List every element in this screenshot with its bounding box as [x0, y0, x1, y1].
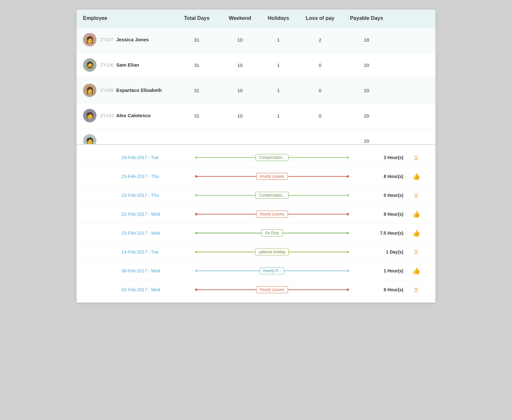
leave-badge: Hourly Leaves: [256, 211, 288, 218]
loss-of-pay: 0: [298, 62, 343, 68]
holidays: 1: [259, 88, 298, 93]
pending-icon: ⧖: [414, 286, 418, 294]
col-loss-of-pay: Loss of pay: [298, 15, 343, 21]
employee-info: 🧔 ZY106 Sam Elian: [83, 58, 173, 72]
leave-badge: On Duty: [261, 230, 283, 237]
partial-payable-days: 20: [343, 138, 391, 144]
total-days: 31: [173, 37, 221, 43]
avatar: 👩: [83, 84, 96, 97]
payable-days: 20: [343, 113, 391, 118]
status-icon: ⧖: [407, 248, 426, 256]
approved-icon: 👍: [412, 267, 420, 275]
timeline: Compensator...: [195, 153, 349, 162]
expanded-detail-row: 08-Feb-2017 - Wed Hourly P... 1 Hour(s) …: [77, 262, 435, 280]
payable-days: 20: [343, 62, 391, 68]
main-container: Employee Total Days Weekend Holidays Los…: [77, 10, 435, 303]
approved-icon: 👍: [412, 229, 420, 237]
pending-icon: ⧖: [414, 154, 418, 161]
employee-id: ZY107: [100, 37, 113, 42]
col-payable-days: Payable Days: [343, 15, 391, 21]
total-days: 31: [173, 113, 221, 118]
expanded-detail-row: 15-Feb-2017 - Wed On Duty 7.5 Hour(s) 👍: [77, 224, 435, 243]
date-link[interactable]: 23-Feb-2017 - Thu: [121, 193, 192, 198]
status-icon: ⧖: [407, 286, 426, 294]
pending-icon: ⧖: [414, 248, 418, 256]
date-link[interactable]: 01-Feb-2017 - Wed: [121, 287, 192, 292]
holidays: 1: [259, 37, 298, 43]
loss-of-pay: 0: [298, 88, 343, 93]
status-icon: ⧖: [407, 192, 426, 199]
employee-table-body: 👩 ZY107 Jessica Jones 31 10 1 2 18 🧔 ZY1…: [77, 27, 435, 128]
leave-badge: Compensator...: [255, 192, 288, 199]
status-icon: 👍: [407, 173, 426, 180]
date-link[interactable]: 23-Feb-2017 - Thu: [121, 174, 192, 179]
leave-badge: optional holiday: [255, 248, 289, 255]
holidays: 1: [259, 113, 298, 118]
leave-badge: Hourly Leaves: [256, 173, 288, 180]
hours-value: 1 Day(s): [352, 249, 403, 254]
hours-value: 9 Hour(s): [352, 212, 403, 217]
employee-info: 👩 ZY105 Espartaco Elizabeth: [83, 84, 173, 97]
avatar: 👩: [83, 33, 96, 46]
weekend: 10: [221, 88, 259, 93]
leave-badge: Hourly Leaves: [256, 286, 288, 293]
weekend: 10: [221, 113, 259, 118]
hours-value: 9 Hour(s): [352, 287, 403, 292]
expanded-detail-row: 22-Feb-2017 - Wed Hourly Leaves 9 Hour(s…: [77, 205, 435, 224]
col-holidays: Holidays: [259, 15, 298, 21]
hours-value: 3 Hour(s): [352, 155, 403, 160]
employee-row: 🧑 ZY104 Alex Calotescu 31 10 1 0 20: [77, 103, 435, 128]
col-employee: Employee: [83, 15, 173, 21]
loss-of-pay: 0: [298, 113, 343, 118]
expanded-section: 28-Feb-2017 - Tue Compensator... 3 Hour(…: [77, 144, 435, 303]
loss-of-pay: 2: [298, 37, 343, 43]
table-header: Employee Total Days Weekend Holidays Los…: [77, 10, 435, 27]
holidays: 1: [259, 62, 298, 68]
hours-value: 8 Hour(s): [352, 174, 403, 179]
total-days: 31: [173, 62, 221, 68]
employee-name: Espartaco Elizabeth: [116, 87, 162, 93]
timeline: Hourly Leaves: [195, 285, 349, 295]
date-link[interactable]: 28-Feb-2017 - Tue: [121, 155, 192, 160]
employee-row: 👩 ZY105 Espartaco Elizabeth 31 10 1 0 20: [77, 78, 435, 103]
date-link[interactable]: 08-Feb-2017 - Wed: [121, 268, 192, 273]
employee-id: ZY105: [100, 88, 113, 93]
status-icon: 👍: [407, 210, 426, 218]
col-weekend: Weekend: [221, 15, 259, 21]
expanded-detail-row: 01-Feb-2017 - Wed Hourly Leaves 9 Hour(s…: [77, 280, 435, 299]
avatar: 🧑: [83, 134, 96, 144]
employee-row: 🧔 ZY106 Sam Elian 31 10 1 0 20: [77, 52, 435, 78]
employee-info: 🧑 ZY104 Alex Calotescu: [83, 109, 173, 122]
approved-icon: 👍: [412, 210, 420, 218]
status-icon: 👍: [407, 229, 426, 237]
status-icon: ⧖: [407, 154, 426, 161]
leave-badge: Hourly P...: [260, 267, 284, 274]
hours-value: 7.5 Hour(s): [352, 230, 403, 236]
pending-icon: ⧖: [414, 192, 418, 199]
date-link[interactable]: 14-Feb-2017 - Tue: [121, 249, 192, 254]
expanded-detail-row: 23-Feb-2017 - Thu Hourly Leaves 8 Hour(s…: [77, 167, 435, 186]
timeline: On Duty: [195, 228, 349, 238]
hours-value: 0 Hour(s): [352, 193, 403, 198]
payable-days: 18: [343, 37, 391, 43]
timeline: optional holiday: [195, 247, 349, 257]
date-link[interactable]: 15-Feb-2017 - Wed: [121, 230, 192, 236]
date-link[interactable]: 22-Feb-2017 - Wed: [121, 212, 192, 217]
leave-badge: Compensator...: [255, 154, 288, 161]
timeline: Hourly Leaves: [195, 209, 349, 219]
total-days: 31: [173, 88, 221, 93]
expanded-detail-row: 28-Feb-2017 - Tue Compensator... 3 Hour(…: [77, 148, 435, 167]
expanded-rows-container: 28-Feb-2017 - Tue Compensator... 3 Hour(…: [77, 148, 435, 299]
hours-value: 1 Hour(s): [352, 268, 403, 273]
employee-name: Sam Elian: [116, 62, 139, 68]
employee-id: ZY104: [100, 113, 113, 118]
partial-employee-row: 🧑 20: [77, 128, 435, 144]
timeline: Compensator...: [195, 190, 349, 200]
timeline: Hourly P...: [195, 266, 349, 276]
weekend: 10: [221, 37, 259, 43]
expanded-detail-row: 14-Feb-2017 - Tue optional holiday 1 Day…: [77, 243, 435, 262]
expanded-detail-row: 23-Feb-2017 - Thu Compensator... 0 Hour(…: [77, 186, 435, 205]
payable-days: 20: [343, 88, 391, 93]
employee-row: 👩 ZY107 Jessica Jones 31 10 1 2 18: [77, 27, 435, 52]
status-icon: 👍: [407, 267, 426, 275]
